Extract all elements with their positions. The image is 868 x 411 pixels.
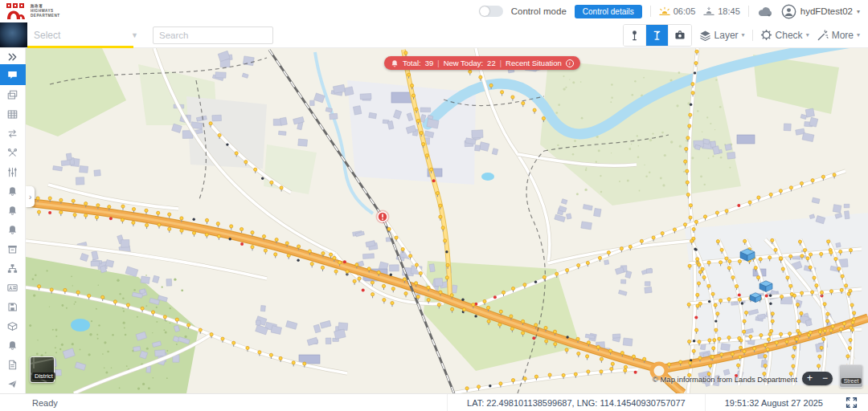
avatar-icon: [781, 4, 796, 19]
sunset-icon: [703, 6, 714, 16]
control-details-button[interactable]: Control details: [575, 5, 642, 18]
sidebar-item-save[interactable]: [0, 297, 26, 316]
sidebar-item-data-grid[interactable]: [0, 104, 26, 124]
hyd-logo-text: 路政署 HIGHWAYS DEPARTMENT: [31, 4, 60, 18]
chevron-down-icon: ▾: [857, 31, 860, 39]
search-input[interactable]: [159, 31, 283, 40]
basemap-street-thumbnail[interactable]: Street: [839, 364, 863, 388]
layers-icon: [699, 30, 711, 41]
sidebar-item-windows[interactable]: [0, 85, 26, 104]
divider: |: [437, 59, 439, 67]
streetlight-button[interactable]: [624, 25, 646, 46]
camera-button[interactable]: [669, 25, 691, 46]
sidebar-item-alerts[interactable]: [0, 336, 26, 355]
recent-situation-label: Recent Situation: [506, 59, 562, 67]
check-label: Check: [776, 30, 803, 41]
info-icon[interactable]: i: [566, 59, 574, 67]
alarm-icon: [391, 59, 399, 67]
basemap-district-thumbnail[interactable]: District: [30, 356, 55, 383]
sidebar-item-id-card[interactable]: [0, 278, 26, 297]
select-placeholder: Select: [34, 30, 60, 41]
map-svg: [26, 48, 868, 393]
sidebar-expand-button[interactable]: [0, 50, 26, 64]
left-sidebar: [0, 48, 26, 393]
sidebar-item-send[interactable]: [0, 374, 26, 393]
map-canvas[interactable]: [26, 48, 868, 393]
marker-type-switch: [623, 24, 692, 47]
sidebar-item-map-panel[interactable]: [0, 64, 26, 85]
sidebar-item-sitemap[interactable]: [0, 258, 26, 278]
total-label: Total:: [403, 59, 421, 67]
file-icon: [6, 359, 18, 371]
chevron-down-icon: ▼: [131, 31, 138, 39]
cursor-coordinates: LAT: 22.498101138599687, LNG: 114.145409…: [447, 394, 705, 411]
panel-expand-handle[interactable]: ›: [26, 186, 35, 207]
search-box: [153, 26, 273, 44]
fullscreen-icon: [845, 397, 858, 409]
check-button[interactable]: Check ▾: [760, 29, 809, 41]
divider: [650, 6, 651, 17]
sunrise-time: 06:05: [659, 6, 696, 16]
bell-icon: [6, 340, 18, 352]
sidebar-item-bell[interactable]: [0, 201, 26, 220]
new-today-value: 22: [487, 59, 496, 67]
divider: |: [500, 59, 502, 67]
swap-icon: [6, 128, 18, 140]
hyd-logo: 路政署 HIGHWAYS DEPARTMENT: [6, 2, 60, 21]
app-header: 路政署 HIGHWAYS DEPARTMENT Control mode Con…: [0, 0, 868, 22]
save-icon: [6, 301, 18, 313]
control-mode-toggle[interactable]: [479, 6, 503, 17]
chevron-double-right-icon: [7, 52, 18, 62]
active-module-indicator: [27, 46, 133, 48]
zoom-control: + −: [802, 372, 833, 385]
more-label: More: [832, 30, 854, 41]
district-thumbnail-label: District: [32, 372, 55, 380]
tools-icon: [6, 147, 18, 159]
bell-icon: [6, 185, 18, 197]
package-icon: [6, 320, 18, 332]
gear-icon: [760, 29, 772, 41]
status-bar: Ready LAT: 22.498101138599687, LNG: 114.…: [0, 393, 868, 411]
new-today-label: New Today:: [444, 59, 483, 67]
map-attribution: © Map information from Lands Department: [653, 375, 797, 384]
zoom-in-button[interactable]: +: [802, 372, 817, 385]
control-mode-label: Control mode: [511, 6, 567, 16]
comment-icon: [6, 69, 18, 81]
sunset-value: 18:45: [718, 6, 740, 16]
sidebar-item-notifications[interactable]: [0, 220, 26, 239]
user-menu[interactable]: hydFDtest02 ▾: [781, 4, 860, 19]
sidebar-item-archive[interactable]: [0, 239, 26, 258]
sidebar-item-tools[interactable]: [0, 143, 26, 162]
logo-en2: DEPARTMENT: [31, 14, 60, 18]
status-ready: Ready: [32, 398, 58, 408]
archive-icon: [6, 243, 18, 255]
sidebar-item-sliders[interactable]: [0, 162, 26, 181]
chevron-down-icon: ▾: [806, 31, 809, 39]
sidebar-item-swap[interactable]: [0, 124, 26, 143]
bell-icon: [6, 224, 18, 236]
wand-icon: [817, 30, 829, 41]
incident-summary-badge[interactable]: Total:39 | New Today:22 | Recent Situati…: [384, 56, 580, 70]
sidebar-item-package[interactable]: [0, 316, 26, 336]
sidebar-item-document[interactable]: [0, 355, 26, 374]
total-value: 39: [425, 59, 434, 67]
more-button[interactable]: More ▾: [817, 30, 860, 41]
chevron-down-icon: ▾: [742, 31, 745, 39]
layer-label: Layer: [714, 30, 739, 41]
district-select[interactable]: Select ▼: [27, 22, 145, 47]
grid-icon: [6, 108, 18, 120]
divider: [752, 30, 753, 41]
map-toolbar: Select ▼ Layer ▾ Check ▾: [0, 22, 868, 48]
lamppost-button[interactable]: [646, 25, 669, 46]
globe-thumbnail[interactable]: [0, 22, 27, 47]
status-datetime: 19:51:32 August 27 2025: [705, 394, 842, 411]
fullscreen-button[interactable]: [845, 397, 858, 409]
weather-cloud-icon[interactable]: [757, 6, 773, 18]
zoom-out-button[interactable]: −: [817, 372, 833, 385]
divider: [748, 6, 749, 17]
layer-button[interactable]: Layer ▾: [699, 30, 745, 41]
windows-icon: [6, 89, 18, 101]
sitemap-icon: [6, 262, 18, 275]
sunrise-icon: [659, 6, 670, 16]
sidebar-item-alarm[interactable]: [0, 181, 26, 201]
